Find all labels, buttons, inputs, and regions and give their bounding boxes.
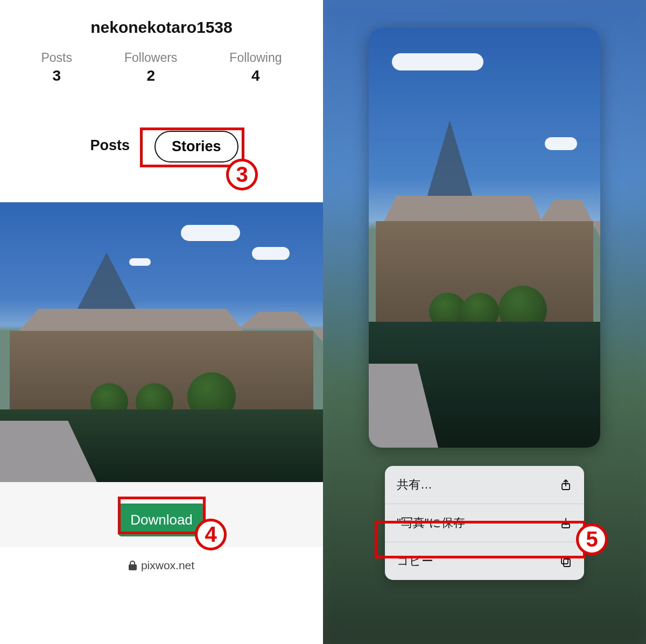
download-row: Download 4 [0, 482, 323, 547]
stat-following[interactable]: Following 4 [229, 51, 282, 84]
url-text: pixwox.net [141, 559, 194, 572]
stat-posts-value: 3 [41, 67, 72, 84]
menu-item-share[interactable]: 共有… [385, 466, 584, 504]
menu-item-share-label: 共有… [397, 477, 432, 493]
annotation-box-3 [140, 128, 244, 167]
right-screenshot: 共有… "写真"に保存 コピー 5 [323, 0, 646, 644]
stat-following-value: 4 [229, 67, 282, 84]
stat-followers-label: Followers [124, 51, 177, 65]
profile-username: nekonekotaro1538 [0, 0, 323, 45]
tabs-row: Posts Stories 3 [0, 101, 323, 180]
story-image-preview[interactable] [0, 202, 323, 482]
annotation-box-5 [375, 521, 586, 558]
stat-posts-label: Posts [41, 51, 72, 65]
stat-followers[interactable]: Followers 2 [124, 51, 177, 84]
share-icon [559, 478, 572, 491]
stat-posts[interactable]: Posts 3 [41, 51, 72, 84]
image-preview-popup[interactable] [369, 28, 600, 448]
annotation-badge-4: 4 [195, 519, 227, 550]
stat-following-label: Following [229, 51, 282, 65]
annotation-badge-5: 5 [576, 523, 608, 555]
tab-posts[interactable]: Posts [85, 131, 135, 162]
annotation-box-4 [118, 497, 206, 534]
stat-followers-value: 2 [124, 67, 177, 84]
browser-url-bar[interactable]: pixwox.net [0, 547, 323, 584]
left-screenshot: nekonekotaro1538 Posts 3 Followers 2 Fol… [0, 0, 323, 644]
svg-rect-2 [564, 559, 570, 567]
annotation-badge-3: 3 [226, 159, 258, 190]
lock-icon [129, 561, 137, 570]
profile-stats: Posts 3 Followers 2 Following 4 [0, 45, 323, 101]
